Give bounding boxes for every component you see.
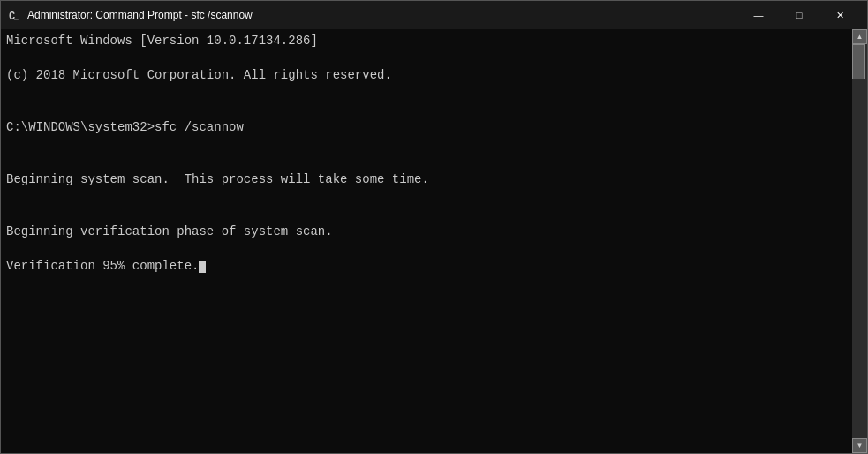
scroll-up-button[interactable]: ▲ <box>852 29 867 44</box>
scrollbar-track[interactable] <box>852 44 867 438</box>
cmd-icon: C _ <box>8 8 22 22</box>
terminal-line: Verification 95% complete. <box>6 258 847 276</box>
command-prompt-window: C _ Administrator: Command Prompt - sfc … <box>0 0 868 454</box>
terminal-line: Beginning system scan. This process will… <box>6 171 847 189</box>
content-area: Microsoft Windows [Version 10.0.17134.28… <box>1 29 867 453</box>
window-controls: — □ ✕ <box>738 1 860 29</box>
terminal-line: Microsoft Windows [Version 10.0.17134.28… <box>6 33 847 50</box>
terminal-line: C:\WINDOWS\system32>sfc /scannow <box>6 119 847 137</box>
window-title: Administrator: Command Prompt - sfc /sca… <box>27 9 738 21</box>
close-button[interactable]: ✕ <box>819 1 860 29</box>
scroll-down-button[interactable]: ▼ <box>852 438 867 453</box>
titlebar: C _ Administrator: Command Prompt - sfc … <box>1 1 867 29</box>
svg-text:_: _ <box>13 13 19 21</box>
scrollbar: ▲ ▼ <box>852 29 867 453</box>
terminal-line: (c) 2018 Microsoft Corporation. All righ… <box>6 67 847 85</box>
maximize-button[interactable]: □ <box>779 1 819 29</box>
minimize-button[interactable]: — <box>738 1 779 29</box>
cursor-block <box>199 261 206 273</box>
terminal-output[interactable]: Microsoft Windows [Version 10.0.17134.28… <box>1 29 852 453</box>
terminal-line: Beginning verification phase of system s… <box>6 223 847 241</box>
scrollbar-thumb[interactable] <box>852 44 865 79</box>
